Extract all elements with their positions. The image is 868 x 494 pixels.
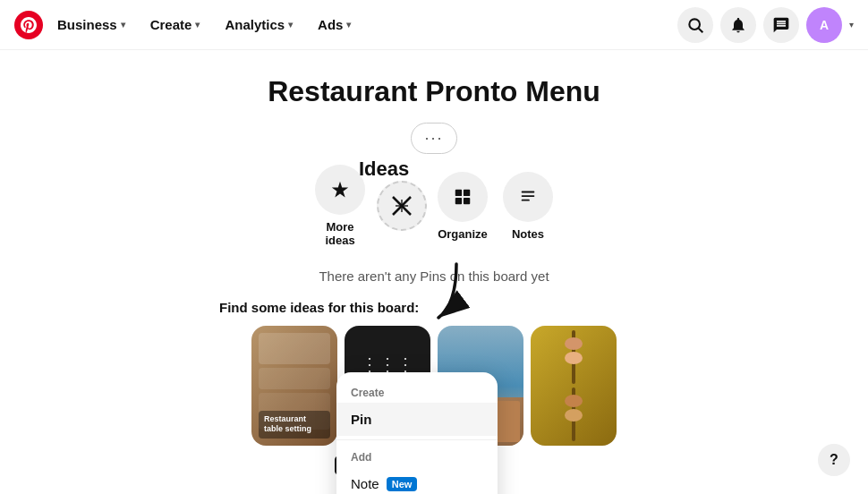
dropdown-pin-item[interactable]: Pin xyxy=(336,403,498,436)
pinterest-logo[interactable] xyxy=(14,11,43,39)
svg-line-1 xyxy=(699,28,703,32)
notes-label: Notes xyxy=(499,227,557,241)
suggestions-row: Restaurant table setting ⋮⋮⋮ The Fat Duc… xyxy=(251,326,617,446)
add-section-label: Add xyxy=(336,444,498,467)
main-content: Restaurant Pronto Menu ··· More ideas xyxy=(0,50,868,446)
nav-item-create[interactable]: Create ▾ xyxy=(140,10,211,39)
notification-button[interactable] xyxy=(720,7,756,43)
header: Business ▾ Create ▾ Analytics ▾ Ads ▾ xyxy=(0,0,868,50)
help-button[interactable]: ? xyxy=(818,444,850,476)
nav-item-business[interactable]: Business ▾ xyxy=(47,10,136,39)
svg-point-0 xyxy=(689,19,700,30)
organize-label: Organize xyxy=(434,227,492,241)
search-button[interactable] xyxy=(677,7,713,43)
add-pin-circle-button[interactable] xyxy=(377,181,427,231)
board-title: Restaurant Pronto Menu xyxy=(268,75,600,108)
svg-rect-9 xyxy=(464,197,470,203)
nav-item-analytics[interactable]: Analytics ▾ xyxy=(214,10,303,39)
messages-button[interactable] xyxy=(763,7,799,43)
svg-rect-11 xyxy=(522,195,535,197)
find-ideas-text: Find some ideas for this board: xyxy=(219,300,649,315)
chevron-down-icon: ▾ xyxy=(346,20,351,30)
organize-button[interactable] xyxy=(438,172,488,222)
suggestions-container: Restaurant table setting ⋮⋮⋮ The Fat Duc… xyxy=(0,326,868,446)
suggestion-card-1[interactable]: Restaurant table setting xyxy=(251,326,337,446)
new-badge: New xyxy=(387,477,418,491)
dropdown-divider xyxy=(336,439,498,440)
more-ideas-label: More ideas xyxy=(311,220,370,247)
avatar-chevron-icon[interactable]: ▾ xyxy=(849,20,854,30)
board-actions-row: More ideas xyxy=(311,165,557,247)
svg-rect-7 xyxy=(464,189,470,195)
suggestion-card-4[interactable] xyxy=(531,326,617,446)
svg-rect-10 xyxy=(522,191,535,192)
avatar-button[interactable]: A xyxy=(806,7,842,43)
header-right: A ▾ xyxy=(677,7,854,43)
header-left: Business ▾ Create ▾ Analytics ▾ Ads ▾ xyxy=(14,10,362,39)
empty-board-text: There aren't any Pins on this board yet xyxy=(319,268,549,284)
svg-rect-6 xyxy=(455,189,462,195)
chevron-down-icon: ▾ xyxy=(121,20,125,30)
dropdown-note-item[interactable]: Note New xyxy=(336,467,498,494)
more-options-button[interactable]: ··· xyxy=(411,123,456,154)
notes-button[interactable] xyxy=(503,172,553,222)
chevron-down-icon: ▾ xyxy=(288,20,293,30)
nav-item-ads[interactable]: Ads ▾ xyxy=(307,10,362,39)
svg-rect-12 xyxy=(522,199,530,200)
more-ideas-button[interactable] xyxy=(315,165,365,215)
svg-rect-8 xyxy=(455,197,462,203)
dropdown-menu: Create Pin Add Note New Section Date xyxy=(336,372,498,494)
create-section-label: Create xyxy=(336,379,498,403)
chevron-down-icon: ▾ xyxy=(195,20,200,30)
